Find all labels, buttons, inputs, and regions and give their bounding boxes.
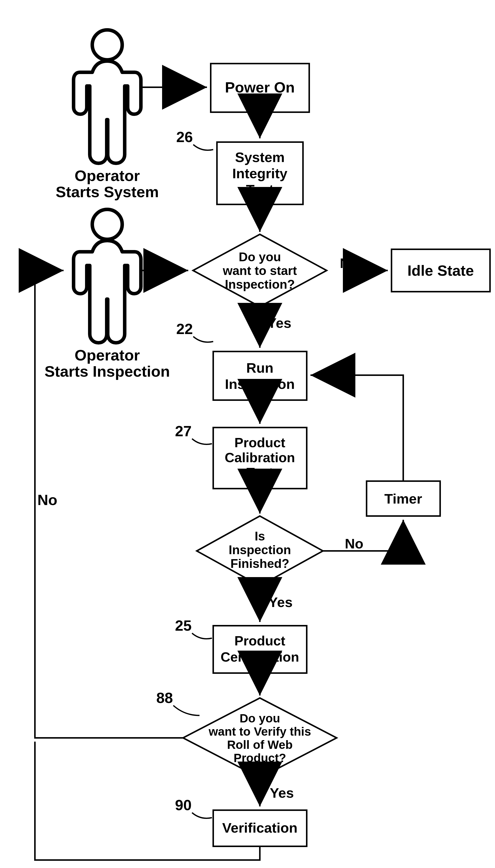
operator-icon-2 [73,209,141,343]
operator-icon-1 [73,30,141,163]
d1-l1: Do you [239,250,281,264]
d2-no: No [345,536,363,551]
d1-yes: Yes [267,315,291,331]
d2-l1: Is [255,529,265,543]
timer-text: Timer [384,491,422,506]
verification-text: Verification [222,820,297,836]
d1-l2: want to start [222,264,297,278]
lead-90 [192,813,212,818]
operator2-label-l2: Starts Inspection [45,363,170,380]
operator2-label-l1: Operator [74,347,140,364]
ref-22: 22 [176,320,193,337]
svg-point-0 [92,30,122,60]
ref-27: 27 [175,423,192,439]
d2-yes: Yes [269,594,293,610]
arrow-timer-run [310,375,403,481]
svg-point-1 [92,209,122,239]
d3-no: No [37,491,57,508]
d3-l1: Do you [240,712,280,725]
d2-l2: Inspection [229,543,291,557]
d3-l3: Roll of Web [227,738,292,751]
ref-88: 88 [156,690,173,706]
sit-l2: Integrity [233,166,288,181]
operator1-label-l2: Starts System [56,183,159,201]
d1-no: No [340,255,359,271]
d2-l3: Finished? [231,557,289,571]
lead-88 [173,706,200,715]
run-l2: Inspection [225,376,295,392]
idle-state-text: Idle State [408,262,474,279]
d3-yes: Yes [270,785,294,801]
sit-l3: Test [246,182,274,197]
sit-l1: System [235,149,285,165]
lead-27 [192,439,212,445]
ref-25: 25 [175,617,192,634]
power-on-text: Power On [225,79,295,96]
d1-l3: Inspection? [225,277,295,291]
lead-26 [193,144,213,150]
d3-l4: Product? [234,751,286,765]
lead-25 [192,633,212,639]
cal-l3: Test [246,465,273,480]
cert-l2: Certification [220,649,299,664]
ref-26: 26 [176,128,193,145]
operator1-label-l1: Operator [74,167,140,184]
d3-l2: want to Verify this [208,725,311,738]
ref-90: 90 [175,797,192,813]
run-l1: Run [246,360,274,376]
cal-l2: Calibration [225,450,295,465]
flowchart-diagram: Operator Starts System Power On System I… [0,0,495,868]
lead-22 [193,336,213,342]
cert-l1: Product [234,633,285,648]
run-inspection-box [213,351,307,400]
cal-l1: Product [234,435,285,450]
